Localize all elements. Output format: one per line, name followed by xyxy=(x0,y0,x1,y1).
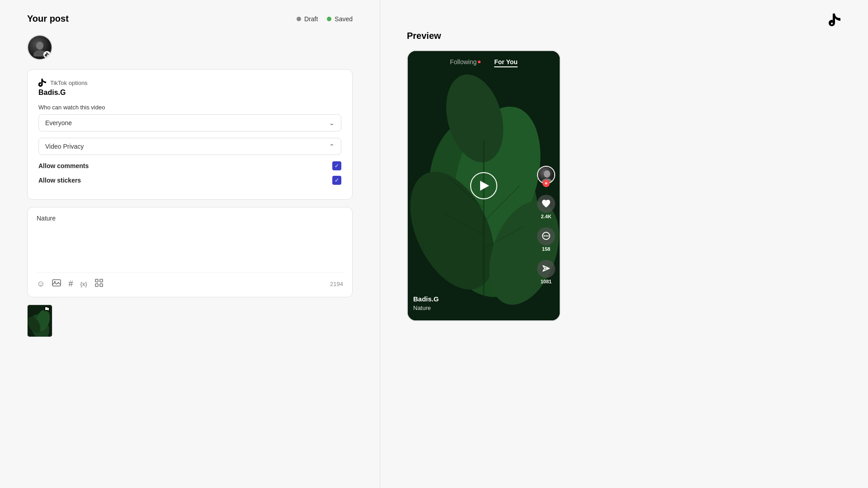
svg-rect-6 xyxy=(95,284,98,286)
svg-rect-5 xyxy=(100,279,103,282)
phone-username: Badis.G xyxy=(413,295,533,303)
tiktok-badge-icon xyxy=(45,52,49,57)
hashtag-icon[interactable]: # xyxy=(68,279,73,289)
svg-rect-2 xyxy=(52,280,61,286)
follow-plus-button[interactable]: + xyxy=(542,180,550,187)
grid-svg xyxy=(94,278,104,287)
following-tab-label: Following xyxy=(450,58,476,66)
video-privacy-label: Video Privacy xyxy=(45,143,84,150)
avatar-row xyxy=(27,35,353,60)
heart-icon xyxy=(541,199,551,209)
tiktok-top-logo xyxy=(828,14,841,26)
play-triangle-icon xyxy=(480,181,489,191)
comment-button[interactable] xyxy=(537,227,555,245)
chevron-up-icon: ⌃ xyxy=(329,143,335,150)
tiktok-logo-icon xyxy=(38,79,47,87)
caption-toolbar: ☺ # {x} xyxy=(37,272,343,290)
tiktok-badge xyxy=(43,51,51,58)
like-action[interactable]: 2.4K xyxy=(537,195,555,219)
allow-stickers-option: Allow stickers ✓ xyxy=(38,176,341,185)
image-icon[interactable] xyxy=(52,278,61,290)
share-action[interactable]: 1081 xyxy=(537,260,555,284)
grid-icon[interactable] xyxy=(94,278,104,290)
thumbnail-row xyxy=(27,305,353,337)
watch-label: Who can watch this video xyxy=(38,104,341,111)
tiktok-options-card: TikTok options Badis.G Who can watch thi… xyxy=(27,69,353,200)
share-count: 1081 xyxy=(541,279,552,284)
preview-container: Following For You xyxy=(407,50,841,321)
allow-comments-label: Allow comments xyxy=(38,162,89,169)
svg-rect-12 xyxy=(45,307,47,310)
following-tab[interactable]: Following xyxy=(450,58,481,67)
svg-rect-7 xyxy=(100,284,103,286)
share-icon xyxy=(541,264,551,274)
svg-point-28 xyxy=(546,235,547,237)
status-indicators: Draft Saved xyxy=(297,15,353,23)
variable-icon[interactable]: {x} xyxy=(80,281,87,287)
saved-label: Saved xyxy=(335,15,353,23)
tiktok-options-label: TikTok options xyxy=(50,80,88,86)
avatar[interactable] xyxy=(27,35,52,60)
play-button[interactable] xyxy=(470,172,497,199)
draft-status: Draft xyxy=(297,15,318,23)
caption-card[interactable]: Nature ☺ # {x} xyxy=(27,207,353,297)
side-actions: + 2.4K xyxy=(537,166,555,284)
phone-top-bar: Following For You xyxy=(408,58,560,67)
for-you-tab-label: For You xyxy=(494,58,518,66)
toolbar-icons: ☺ # {x} xyxy=(37,278,104,290)
chevron-down-icon: ⌄ xyxy=(329,119,335,127)
allow-stickers-checkbox[interactable]: ✓ xyxy=(332,176,341,185)
tiktok-options-header: TikTok options xyxy=(38,79,341,87)
phone-bottom-info: Badis.G Nature xyxy=(413,295,533,311)
allow-comments-option: Allow comments ✓ xyxy=(38,161,341,170)
draft-label: Draft xyxy=(304,15,318,23)
phone-background: Following For You xyxy=(408,51,560,320)
svg-point-24 xyxy=(544,170,550,178)
svg-rect-4 xyxy=(95,279,98,282)
saved-dot xyxy=(327,17,331,21)
image-svg xyxy=(52,278,61,287)
svg-point-0 xyxy=(36,42,43,50)
comment-count: 158 xyxy=(542,246,550,252)
like-button[interactable] xyxy=(537,195,555,213)
svg-point-27 xyxy=(544,235,545,237)
share-button[interactable] xyxy=(537,260,555,278)
comment-action[interactable]: 158 xyxy=(537,227,555,252)
preview-title: Preview xyxy=(407,31,841,41)
allow-stickers-label: Allow stickers xyxy=(38,177,81,184)
comment-icon xyxy=(541,231,551,241)
page-title: Your post xyxy=(27,14,69,24)
right-panel: Preview xyxy=(380,0,868,488)
creator-avatar-container[interactable]: + xyxy=(537,166,555,184)
audience-dropdown[interactable]: Everyone ⌄ xyxy=(38,114,341,131)
svg-point-29 xyxy=(547,235,549,237)
tiktok-username: Badis.G xyxy=(38,89,341,97)
video-privacy-header[interactable]: Video Privacy ⌃ xyxy=(38,138,341,155)
panel-divider xyxy=(380,0,380,488)
char-count: 2194 xyxy=(330,281,343,287)
emoji-icon[interactable]: ☺ xyxy=(37,279,45,289)
privacy-options: Allow comments ✓ Allow stickers ✓ xyxy=(38,155,341,185)
post-header: Your post Draft Saved xyxy=(27,14,353,24)
like-count: 2.4K xyxy=(541,214,551,219)
phone-caption: Nature xyxy=(413,305,533,311)
video-badge-icon xyxy=(45,307,49,311)
caption-text: Nature xyxy=(37,215,343,272)
phone-frame: Following For You xyxy=(407,50,561,321)
audience-value: Everyone xyxy=(45,119,72,127)
for-you-tab[interactable]: For You xyxy=(494,58,518,67)
video-thumbnail[interactable] xyxy=(27,305,52,337)
saved-status: Saved xyxy=(327,15,353,23)
allow-comments-checkbox[interactable]: ✓ xyxy=(332,161,341,170)
notification-dot xyxy=(478,61,481,63)
thumbnail-video-badge xyxy=(44,307,50,311)
draft-dot xyxy=(297,17,301,21)
